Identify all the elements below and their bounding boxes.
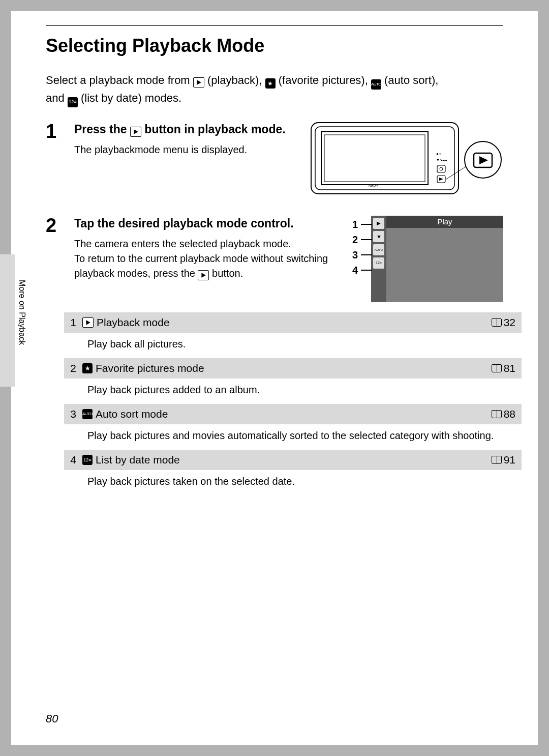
svg-marker-17: [202, 273, 206, 278]
mode-desc: Play back pictures added to an album.: [64, 379, 522, 404]
screen-favorite-icon: ★: [373, 231, 384, 242]
mode-desc: Play back pictures taken on the selected…: [64, 470, 522, 496]
screen-autosort-icon: AUTO: [373, 244, 384, 255]
page-ref: 32: [504, 316, 515, 329]
favorite-icon: ★: [265, 78, 276, 89]
svg-marker-0: [197, 80, 201, 85]
mode-name: Favorite pictures mode: [96, 362, 204, 374]
autosort-icon: AUTO: [82, 409, 93, 419]
svg-text:Nikon: Nikon: [369, 184, 378, 187]
page-number: 80: [46, 712, 58, 725]
section-side-label: More on Playback: [17, 280, 26, 345]
callout-2: 2: [352, 232, 372, 247]
camera-illustration: ●○ ▼/●●● Nikon: [310, 122, 503, 200]
playback-icon: [193, 77, 204, 88]
autosort-icon: AUTO: [371, 79, 381, 90]
screen-listbydate-icon: 12≡: [373, 257, 384, 269]
table-row: 4 12≡ List by date mode 91: [64, 450, 522, 470]
callout-3: 3: [352, 247, 372, 263]
svg-rect-5: [324, 135, 425, 182]
mode-number: 3: [65, 408, 82, 420]
side-tab: [0, 254, 15, 387]
step-1-title: Press the button in playback mode.: [74, 122, 301, 137]
step-2-desc-1: The camera enters the selected playback …: [74, 237, 344, 251]
mode-name: Auto sort mode: [96, 408, 168, 420]
mode-name: Playback mode: [97, 316, 170, 329]
playback-icon: [130, 127, 141, 137]
table-row: 1 Playback mode 32: [64, 312, 522, 333]
mode-name: List by date mode: [96, 454, 180, 466]
table-row: 2 ★ Favorite pictures mode 81: [64, 358, 522, 379]
playback-icon: [198, 270, 209, 280]
callout-1: 1: [352, 217, 372, 232]
book-icon: [492, 456, 502, 464]
book-icon: [492, 318, 502, 327]
svg-marker-18: [86, 320, 90, 325]
playback-icon: [82, 317, 94, 328]
intro-text: Select a playback mode from (playback), …: [46, 72, 503, 107]
page-ref: 88: [504, 408, 515, 420]
mode-number: 2: [65, 362, 82, 374]
mode-number: 4: [65, 454, 82, 466]
step-2-number: 2: [46, 216, 64, 281]
screen-illustration: ▶ ★ AUTO 12≡ Play 1 2 3 4: [353, 216, 503, 302]
svg-text:●○: ●○: [436, 152, 441, 156]
step-1-desc: The playbackmode menu is displayed.: [74, 142, 301, 157]
book-icon: [492, 364, 502, 372]
top-rule: [46, 25, 503, 26]
svg-marker-1: [134, 129, 138, 134]
mode-number: 1: [65, 316, 82, 329]
screen-topbar-label: Play: [386, 216, 503, 228]
callout-4: 4: [352, 263, 372, 278]
book-icon: [492, 410, 502, 418]
svg-text:▼/●●●: ▼/●●●: [436, 158, 447, 162]
page-ref: 81: [504, 362, 515, 374]
step-1-number: 1: [46, 122, 64, 157]
mode-table: 1 Playback mode 32 Play back all picture…: [64, 312, 522, 496]
step-2-title: Tap the desired playback mode control.: [74, 216, 344, 231]
table-row: 3 AUTO Auto sort mode 88: [64, 404, 522, 424]
step-2-desc-2: To return to the current playback mode w…: [74, 251, 344, 281]
listbydate-icon: 12≡: [82, 455, 93, 465]
mode-desc: Play back all pictures.: [64, 333, 522, 358]
listbydate-icon: 12≡: [68, 97, 78, 107]
mode-desc: Play back pictures and movies automatica…: [64, 424, 522, 450]
page-title: Selecting Playback Mode: [46, 35, 503, 56]
screen-playback-icon: ▶: [373, 218, 384, 229]
favorite-icon: ★: [82, 363, 93, 373]
page-ref: 91: [504, 454, 515, 466]
